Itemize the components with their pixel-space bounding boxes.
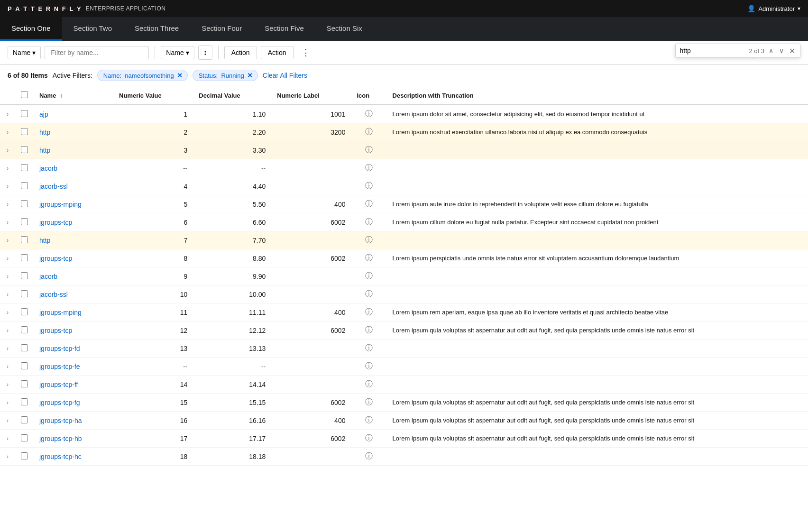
name-cell[interactable]: http	[34, 141, 113, 159]
tab-section-one[interactable]: Section One	[0, 17, 62, 41]
row-checkbox[interactable]	[21, 380, 28, 387]
tab-section-six[interactable]: Section Six	[315, 17, 374, 41]
sort-direction-button[interactable]: ↕	[198, 46, 212, 60]
expand-row-button[interactable]: ›	[6, 380, 9, 389]
row-checkbox[interactable]	[21, 146, 28, 153]
expand-row-button[interactable]: ›	[6, 416, 9, 425]
info-icon[interactable]: ⓘ	[365, 326, 373, 334]
info-icon[interactable]: ⓘ	[365, 452, 373, 460]
info-icon[interactable]: ⓘ	[365, 128, 373, 136]
info-icon[interactable]: ⓘ	[365, 272, 373, 280]
info-icon[interactable]: ⓘ	[365, 200, 373, 208]
clear-all-filters-button[interactable]: Clear All Filters	[263, 72, 307, 79]
expand-row-button[interactable]: ›	[6, 128, 9, 137]
expand-row-button[interactable]: ›	[6, 200, 9, 209]
info-icon[interactable]: ⓘ	[365, 416, 373, 424]
name-cell[interactable]: jgroups-tcp-hb	[34, 430, 113, 448]
name-cell[interactable]: jgroups-tcp	[34, 213, 113, 231]
row-checkbox[interactable]	[21, 272, 28, 279]
row-checkbox[interactable]	[21, 110, 28, 117]
name-cell[interactable]: jacorb	[34, 159, 113, 177]
expand-row-button[interactable]: ›	[6, 182, 9, 191]
name-cell[interactable]: jgroups-tcp-hc	[34, 448, 113, 466]
select-all-checkbox[interactable]	[21, 91, 28, 98]
info-icon[interactable]: ⓘ	[365, 182, 373, 190]
row-checkbox[interactable]	[21, 290, 28, 297]
search-close-button[interactable]: ✕	[788, 46, 796, 55]
row-checkbox[interactable]	[21, 236, 28, 243]
info-icon[interactable]: ⓘ	[365, 110, 373, 118]
expand-row-button[interactable]: ›	[6, 272, 9, 281]
expand-row-button[interactable]: ›	[6, 254, 9, 263]
expand-row-button[interactable]: ›	[6, 452, 9, 461]
kebab-menu-button[interactable]: ⋮	[297, 45, 314, 61]
info-icon[interactable]: ⓘ	[365, 290, 373, 298]
info-icon[interactable]: ⓘ	[365, 344, 373, 352]
info-icon[interactable]: ⓘ	[365, 434, 373, 442]
name-cell[interactable]: jgroups-tcp-fd	[34, 339, 113, 358]
th-name[interactable]: Name ↑	[34, 86, 113, 105]
action2-button[interactable]: Action	[261, 46, 294, 59]
action1-button[interactable]: Action	[224, 46, 257, 59]
sort-attribute-select[interactable]: Name ▾	[161, 46, 194, 59]
expand-row-button[interactable]: ›	[6, 344, 9, 353]
info-icon[interactable]: ⓘ	[365, 362, 373, 370]
name-cell[interactable]: jgroups-tcp-fe	[34, 358, 113, 376]
name-cell[interactable]: jgroups-tcp-fg	[34, 394, 113, 412]
info-icon[interactable]: ⓘ	[365, 164, 373, 172]
info-icon[interactable]: ⓘ	[365, 146, 373, 154]
search-input[interactable]	[679, 47, 746, 55]
info-icon[interactable]: ⓘ	[365, 254, 373, 262]
info-icon[interactable]: ⓘ	[365, 398, 373, 406]
name-cell[interactable]: jgroups-tcp	[34, 321, 113, 339]
row-checkbox[interactable]	[21, 434, 28, 441]
expand-row-button[interactable]: ›	[6, 110, 9, 119]
row-checkbox[interactable]	[21, 362, 28, 369]
name-cell[interactable]: jgroups-mping	[34, 195, 113, 213]
name-cell[interactable]: jacorb	[34, 267, 113, 285]
expand-row-button[interactable]: ›	[6, 398, 9, 407]
tab-section-two[interactable]: Section Two	[62, 17, 123, 41]
filter-attribute-select[interactable]: Name ▾	[8, 46, 41, 59]
row-checkbox[interactable]	[21, 326, 28, 333]
row-checkbox[interactable]	[21, 308, 28, 315]
expand-row-button[interactable]: ›	[6, 326, 9, 335]
name-cell[interactable]: jgroups-tcp-ha	[34, 412, 113, 430]
name-cell[interactable]: ajp	[34, 105, 113, 123]
filter-chip-name-remove[interactable]: ✕	[177, 72, 183, 79]
search-prev-button[interactable]: ∧	[767, 46, 775, 55]
row-checkbox[interactable]	[21, 398, 28, 405]
expand-row-button[interactable]: ›	[6, 308, 9, 317]
row-checkbox[interactable]	[21, 254, 28, 261]
info-icon[interactable]: ⓘ	[365, 308, 373, 316]
row-checkbox[interactable]	[21, 200, 28, 207]
row-checkbox[interactable]	[21, 344, 28, 351]
tab-section-five[interactable]: Section Five	[253, 17, 315, 41]
name-cell[interactable]: http	[34, 231, 113, 249]
expand-row-button[interactable]: ›	[6, 290, 9, 299]
name-cell[interactable]: http	[34, 123, 113, 141]
row-checkbox[interactable]	[21, 128, 28, 135]
info-icon[interactable]: ⓘ	[365, 218, 373, 226]
row-checkbox[interactable]	[21, 182, 28, 189]
user-menu[interactable]: 👤 Administrator ▾	[747, 5, 800, 12]
expand-row-button[interactable]: ›	[6, 434, 9, 443]
expand-row-button[interactable]: ›	[6, 164, 9, 173]
tab-section-three[interactable]: Section Three	[123, 17, 190, 41]
info-icon[interactable]: ⓘ	[365, 236, 373, 244]
row-checkbox[interactable]	[21, 452, 28, 459]
name-cell[interactable]: jacorb-ssl	[34, 177, 113, 195]
expand-row-button[interactable]: ›	[6, 146, 9, 155]
name-cell[interactable]: jgroups-mping	[34, 303, 113, 321]
filter-input[interactable]	[45, 46, 149, 59]
name-cell[interactable]: jgroups-tcp	[34, 249, 113, 267]
expand-row-button[interactable]: ›	[6, 362, 9, 371]
row-checkbox[interactable]	[21, 164, 28, 171]
search-next-button[interactable]: ∨	[778, 46, 785, 55]
expand-row-button[interactable]: ›	[6, 218, 9, 227]
name-cell[interactable]: jacorb-ssl	[34, 285, 113, 303]
name-cell[interactable]: jgroups-tcp-ff	[34, 376, 113, 394]
tab-section-four[interactable]: Section Four	[190, 17, 253, 41]
info-icon[interactable]: ⓘ	[365, 380, 373, 388]
row-checkbox[interactable]	[21, 218, 28, 225]
